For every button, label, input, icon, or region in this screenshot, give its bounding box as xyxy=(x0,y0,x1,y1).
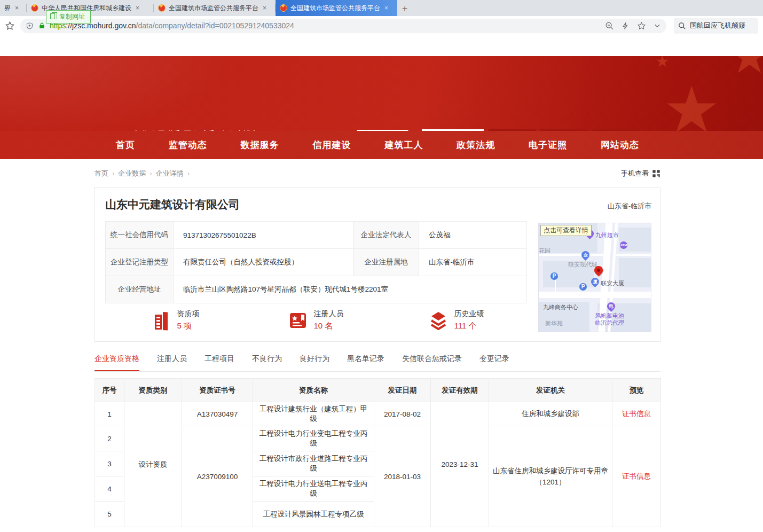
row-index: 1 xyxy=(95,402,124,426)
row-index: 5 xyxy=(95,502,124,527)
copy-url-tooltip: 复制网址 xyxy=(46,10,91,24)
map-label-jiufeng: 九峰商务中心 xyxy=(543,303,578,311)
qualification-category: 设计资质 xyxy=(124,402,182,527)
cert-name: 工程设计建筑行业（建筑工程）甲级 xyxy=(253,402,374,426)
cert-info-link-cell: 证书信息 xyxy=(612,426,661,527)
tab-good-behavior[interactable]: 良好行为 xyxy=(300,354,329,371)
stat-qualifications[interactable]: 资质项5 项 xyxy=(105,309,246,331)
site-header: ★ ★ ★ 中华人民共和国住房和城乡建设部www.mohurd.gov.cn 全… xyxy=(0,56,763,131)
row-index: 2 xyxy=(95,426,124,451)
map-label-lianan-tower: 联安大厦 xyxy=(601,279,624,287)
browser-tab-jzsc-active[interactable]: 全国建筑市场监管公共服务平台 × xyxy=(276,0,397,16)
quick-search-text: 国航回应飞机颠簸 xyxy=(690,21,745,30)
atm-marker-icon: ATM xyxy=(620,241,627,249)
browser-tab-jzsc-1[interactable]: 全国建筑市场监管公共服务平台 × xyxy=(154,0,276,16)
col-cert-no: 资质证书号 xyxy=(182,379,253,402)
tab-registered-personnel[interactable]: 注册人员 xyxy=(157,354,187,371)
issue-date: 2018-01-03 xyxy=(374,426,431,527)
nav-credit[interactable]: 信用建设 xyxy=(313,139,351,151)
secure-lock-icon xyxy=(38,22,45,29)
stat-value: 5 项 xyxy=(177,321,200,331)
tab-change-records[interactable]: 变更记录 xyxy=(479,354,509,371)
nav-home[interactable]: 首页 xyxy=(116,139,135,151)
favorite-star-icon[interactable] xyxy=(637,21,646,30)
parking-icon: P xyxy=(579,283,587,291)
cert-info-link[interactable]: 证书信息 xyxy=(622,410,651,418)
table-row: 1 设计资质 A137030497 工程设计建筑行业（建筑工程）甲级 2017-… xyxy=(95,402,661,426)
table-header-row: 序号 资质类别 资质证书号 资质名称 发证日期 发证有效期 发证机关 预览 xyxy=(95,379,661,402)
stat-historical-performance[interactable]: 历史业绩111 个 xyxy=(386,309,526,331)
nav-data-service[interactable]: 数据服务 xyxy=(241,139,279,151)
breadcrumb: 首页 企业数据 企业详情 手机查看 xyxy=(95,169,660,178)
stat-label: 注册人员 xyxy=(314,309,344,319)
company-card: 山东中元建筑设计有限公司 山东省-临沂市 统一社会信用代码 9137130267… xyxy=(95,187,660,342)
mobile-view-button[interactable]: 手机查看 xyxy=(621,169,660,178)
company-info-table: 统一社会信用代码 91371302675501022B 企业法定代表人 公茂福 … xyxy=(105,221,527,303)
tab-bad-behavior[interactable]: 不良行为 xyxy=(252,354,282,371)
tab-blacklist[interactable]: 黑名单记录 xyxy=(347,354,384,371)
col-issue-date: 发证日期 xyxy=(374,379,431,402)
breadcrumb-company-data[interactable]: 企业数据 xyxy=(118,169,155,178)
copy-url-label: 复制网址 xyxy=(59,13,85,20)
tab-projects[interactable]: 工程项目 xyxy=(204,354,234,371)
field-label: 企业经营地址 xyxy=(106,276,174,303)
map-label-xinhuayuan: 新华苑 xyxy=(545,319,563,327)
col-category: 资质类别 xyxy=(124,379,182,402)
tab-label: 界 xyxy=(4,4,11,13)
stat-value: 111 个 xyxy=(454,321,484,331)
nav-site-news[interactable]: 网站动态 xyxy=(601,139,639,151)
browser-tab-strip: 界 × 中华人民共和国住房和城乡建设 × 全国建筑市场监管公共服务平台 × 全国… xyxy=(0,0,763,16)
bookmark-star-icon[interactable] xyxy=(5,21,15,31)
tab-label: 全国建筑市场监管公共服务平台 xyxy=(169,4,258,13)
copy-icon xyxy=(50,13,55,19)
nav-policy[interactable]: 政策法规 xyxy=(457,139,495,151)
flag-star-decoration: ★ xyxy=(728,56,763,80)
company-region: 山东省-临沂市 xyxy=(608,201,651,211)
company-name: 山东中元建筑设计有限公司 xyxy=(105,197,240,212)
map-tooltip: 点击可查看详情 xyxy=(540,225,592,236)
cert-name: 工程设计风景园林工程专项乙级 xyxy=(253,502,374,527)
zoom-out-icon[interactable] xyxy=(605,21,614,30)
col-valid-until: 发证有效期 xyxy=(431,379,489,402)
issuing-authority: 山东省住房和城乡建设厅许可专用章 （1201） xyxy=(489,426,612,527)
page: 界 × 中华人民共和国住房和城乡建设 × 全国建筑市场监管公共服务平台 × 全国… xyxy=(0,0,763,532)
tab-close-icon[interactable]: × xyxy=(14,4,20,12)
breadcrumb-company-detail[interactable]: 企业详情 xyxy=(156,169,193,178)
tab-close-icon[interactable]: × xyxy=(383,4,389,12)
chevron-down-icon[interactable] xyxy=(654,22,661,29)
new-tab-button[interactable]: ＋ xyxy=(397,0,412,16)
qualification-table: 序号 资质类别 资质证书号 资质名称 发证日期 发证有效期 发证机关 预览 1 … xyxy=(95,378,661,527)
nav-e-license[interactable]: 电子证照 xyxy=(529,139,567,151)
tab-dishonesty[interactable]: 失信联合惩戒记录 xyxy=(402,354,462,371)
parking-icon: P xyxy=(550,272,558,280)
row-index: 3 xyxy=(95,451,124,476)
main-navbar: 首页 监管动态 数据服务 信用建设 建筑工人 政策法规 电子证照 网站动态 xyxy=(0,131,763,159)
browser-tab-partial[interactable]: 界 × xyxy=(0,0,27,16)
cert-info-link[interactable]: 证书信息 xyxy=(622,472,651,480)
registration-place-value: 山东省-临沂市 xyxy=(419,249,527,276)
address-bar[interactable]: https://jzsc.mohurd.gov.cn/data/company/… xyxy=(20,19,666,33)
detail-tabs: 企业资质资格 注册人员 工程项目 不良行为 良好行为 黑名单记录 失信联合惩戒记… xyxy=(95,354,660,372)
location-map[interactable]: 点击可查看详情 市 九州超市 ATM 花园 企 联安现代城 厦 联安大厦 P P… xyxy=(538,223,651,332)
map-label-lianan-city: 联安现代城 xyxy=(568,261,597,269)
quick-search-box[interactable]: 国航回应飞机颠簸 xyxy=(674,18,758,34)
mobile-view-label: 手机查看 xyxy=(621,169,649,178)
tab-close-icon[interactable]: × xyxy=(135,4,140,12)
cert-name: 工程设计市政行业道路工程专业丙级 xyxy=(253,451,374,476)
row-index: 4 xyxy=(95,476,124,502)
legal-person-value: 公茂福 xyxy=(419,222,527,249)
lightning-icon[interactable] xyxy=(622,21,630,30)
col-preview: 预览 xyxy=(612,379,661,402)
tab-qualifications[interactable]: 企业资质资格 xyxy=(95,354,139,371)
nav-supervision[interactable]: 监管动态 xyxy=(169,139,207,151)
tab-close-icon[interactable]: × xyxy=(262,4,268,12)
issue-date: 2017-08-02 xyxy=(374,402,431,426)
flag-star-decoration: ★ xyxy=(655,56,670,69)
national-emblem-icon xyxy=(158,4,166,12)
browser-address-row: https://jzsc.mohurd.gov.cn/data/company/… xyxy=(0,16,763,35)
breadcrumb-home[interactable]: 首页 xyxy=(95,169,118,178)
nav-workers[interactable]: 建筑工人 xyxy=(384,139,423,151)
stat-registered-personnel[interactable]: 注册人员10 名 xyxy=(246,309,386,331)
shield-plus-icon[interactable] xyxy=(26,22,34,30)
stat-label: 资质项 xyxy=(177,309,200,319)
